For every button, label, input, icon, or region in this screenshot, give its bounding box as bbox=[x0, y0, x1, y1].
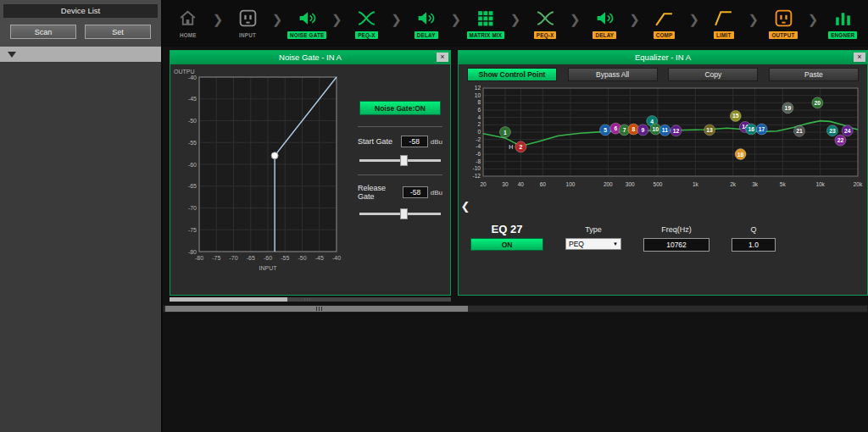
set-button[interactable]: Set bbox=[85, 25, 151, 39]
eq-point-23[interactable]: 23 bbox=[826, 125, 837, 136]
svg-text:23: 23 bbox=[829, 128, 836, 134]
svg-text:-70: -70 bbox=[229, 255, 237, 261]
eqx-icon bbox=[535, 8, 556, 29]
eq-point-12[interactable]: 12 bbox=[670, 125, 682, 136]
bypass-all-button[interactable]: Bypass All bbox=[568, 68, 658, 81]
eq-point-19[interactable]: 19 bbox=[782, 102, 793, 114]
svg-text:17: 17 bbox=[759, 126, 765, 132]
svg-text:-2: -2 bbox=[476, 136, 481, 142]
eq-point-24[interactable]: 24 bbox=[842, 125, 853, 136]
gate-knee-handle[interactable] bbox=[271, 152, 278, 159]
chain-label: ENGNER bbox=[828, 31, 857, 39]
device-group-expander[interactable] bbox=[0, 47, 161, 62]
start-gate-slider[interactable] bbox=[359, 159, 441, 162]
close-icon[interactable]: × bbox=[437, 53, 448, 62]
svg-text:20k: 20k bbox=[854, 181, 863, 187]
eq-point-5[interactable]: 5 bbox=[600, 125, 611, 136]
svg-text:-10: -10 bbox=[473, 165, 481, 171]
eq-point-15[interactable]: 15 bbox=[730, 110, 741, 121]
chain-label: DELAY bbox=[415, 31, 438, 39]
chain-5-delay[interactable]: DELAY bbox=[403, 8, 450, 39]
release-gate-value[interactable]: -58 bbox=[403, 186, 427, 198]
eq-point-22[interactable]: 22 bbox=[835, 135, 846, 146]
chain-7-peq-x[interactable]: PEQ-X bbox=[521, 8, 569, 39]
svg-text:10: 10 bbox=[653, 126, 659, 132]
chain-12-engner[interactable]: ENGNER bbox=[819, 8, 866, 39]
chain-1-home[interactable]: HOME bbox=[164, 8, 212, 39]
svg-text:19: 19 bbox=[785, 105, 792, 111]
chain-label: PEQ-X bbox=[534, 31, 557, 39]
eq-point-16[interactable]: 16 bbox=[746, 124, 757, 135]
svg-text:10k: 10k bbox=[815, 181, 825, 187]
eq-point-9[interactable]: 9 bbox=[637, 125, 648, 136]
paste-button[interactable]: Paste bbox=[769, 68, 859, 81]
chain-8-delay[interactable]: DELAY bbox=[581, 8, 629, 39]
svg-text:8: 8 bbox=[632, 126, 636, 132]
eq-point-1[interactable]: 1 bbox=[499, 127, 510, 138]
equalizer-graph[interactable]: 203040601002003005001k2k3k5k10k20k121086… bbox=[463, 84, 863, 194]
svg-text:3k: 3k bbox=[752, 181, 759, 187]
svg-text:-80: -80 bbox=[188, 249, 197, 255]
start-gate-label: Start Gate bbox=[358, 137, 392, 146]
svg-text:-40: -40 bbox=[332, 255, 341, 261]
mixer-horizontal-scrollbar[interactable] bbox=[163, 305, 868, 313]
device-list-header: Device List Scan Set bbox=[0, 0, 161, 47]
svg-text:18: 18 bbox=[737, 152, 744, 158]
noise-gate-graph[interactable]: -40-45-50-55-60-65-70-75-80-80-75-70-65-… bbox=[172, 67, 352, 280]
q-input[interactable]: 1.0 bbox=[732, 238, 776, 252]
svg-text:4: 4 bbox=[477, 114, 481, 120]
chain-6-matrix-mix[interactable]: MATRIX MIX bbox=[462, 8, 509, 39]
eqx-icon bbox=[356, 8, 377, 29]
chain-4-peq-x[interactable]: PEQ-X bbox=[343, 8, 391, 39]
svg-text:20: 20 bbox=[480, 181, 487, 187]
scan-button[interactable]: Scan bbox=[10, 25, 76, 39]
show-control-point-button[interactable]: Show Control Point bbox=[467, 68, 557, 81]
freq-input[interactable]: 10762 bbox=[643, 238, 709, 252]
copy-button[interactable]: Copy bbox=[668, 68, 758, 81]
release-gate-param: Release Gate -58 dBu bbox=[358, 184, 442, 217]
svg-text:11: 11 bbox=[662, 127, 668, 133]
type-select[interactable]: PEQ ▼ bbox=[565, 238, 621, 250]
eq-on-button[interactable]: ON bbox=[470, 238, 543, 251]
eq-point-18[interactable]: 18 bbox=[735, 149, 746, 160]
panels-region: Noise Gate - IN A × -40-45-50-55-60-65-7… bbox=[163, 47, 868, 303]
scrollbar-thumb[interactable] bbox=[165, 306, 468, 312]
svg-text:16: 16 bbox=[748, 126, 754, 132]
comp-icon bbox=[654, 8, 675, 29]
chain-3-noise-gate[interactable]: NOISE GATE bbox=[283, 8, 331, 39]
panel-horizontal-scrollbar[interactable] bbox=[170, 297, 451, 302]
eq-point-17[interactable]: 17 bbox=[756, 124, 767, 135]
svg-text:0: 0 bbox=[477, 129, 481, 135]
slider-thumb[interactable] bbox=[400, 155, 408, 166]
svg-text:2: 2 bbox=[477, 121, 481, 127]
chain-11-output[interactable]: OUTPUT bbox=[760, 8, 807, 39]
eq-point-21[interactable]: 21 bbox=[793, 125, 804, 136]
eq-point-13[interactable]: 13 bbox=[704, 125, 715, 136]
chain-9-comp[interactable]: COMP bbox=[641, 8, 688, 39]
chain-2-input[interactable]: INPUT bbox=[224, 8, 271, 39]
chevron-right-icon: ❯ bbox=[748, 12, 760, 27]
divider bbox=[358, 126, 442, 127]
svg-text:1: 1 bbox=[504, 130, 507, 136]
close-icon[interactable]: × bbox=[854, 53, 865, 62]
bands-prev-icon[interactable]: ❮ bbox=[460, 194, 470, 219]
eq-point-11[interactable]: 11 bbox=[659, 125, 670, 136]
scrollbar-grip bbox=[316, 307, 324, 311]
svg-text:-75: -75 bbox=[212, 255, 220, 261]
svg-text:20: 20 bbox=[815, 100, 821, 106]
release-gate-slider[interactable] bbox=[359, 213, 441, 215]
noise-gate-state-button[interactable]: Noise Gate:ON bbox=[359, 101, 441, 115]
equalizer-titlebar[interactable]: Equalizer - IN A × bbox=[459, 51, 867, 64]
eq-point-20[interactable]: 20 bbox=[812, 97, 823, 108]
chevron-right-icon: ❯ bbox=[331, 12, 342, 27]
svg-text:6: 6 bbox=[614, 125, 617, 131]
dsp-controller-app: Device List Scan Set HOME❯INPUT❯NOISE GA… bbox=[0, 0, 868, 432]
start-gate-value[interactable]: -58 bbox=[401, 136, 428, 147]
slider-thumb[interactable] bbox=[400, 208, 408, 219]
svg-text:-8: -8 bbox=[476, 158, 481, 164]
signal-chain-toolbar: HOME❯INPUT❯NOISE GATE❯PEQ-X❯DELAY❯MATRIX… bbox=[163, 0, 868, 47]
start-gate-param: Start Gate -58 dBu bbox=[358, 136, 442, 163]
scrollbar-thumb[interactable] bbox=[170, 297, 287, 302]
noise-gate-titlebar[interactable]: Noise Gate - IN A × bbox=[170, 51, 450, 64]
chain-10-limit[interactable]: LIMIT bbox=[700, 8, 748, 39]
